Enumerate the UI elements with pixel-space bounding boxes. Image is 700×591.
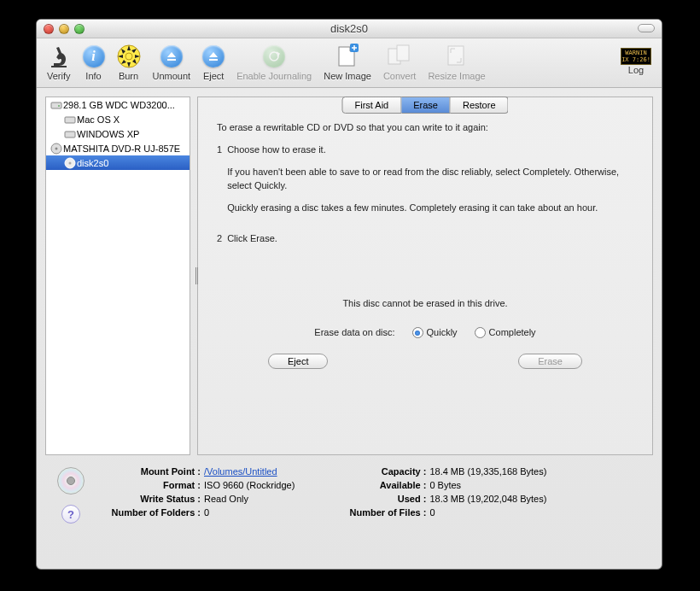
convert-button: Convert [378, 42, 422, 81]
tab-bar: First Aid Erase Restore [341, 97, 508, 114]
disk-utility-window: disk2s0 Verify i Info Burn [36, 19, 662, 570]
svg-point-16 [69, 161, 72, 164]
resize-image-icon [446, 42, 468, 71]
hdd-icon [63, 129, 77, 139]
radio-quickly[interactable]: Quickly [412, 326, 458, 340]
tree-row-hdd[interactable]: 298.1 GB WDC WD3200... [46, 97, 190, 112]
verify-button[interactable]: Verify [42, 42, 76, 81]
large-disc-icon [57, 467, 85, 494]
optical-drive-icon [50, 143, 63, 155]
mount-point-link[interactable]: /Volumes/Untitled [204, 465, 277, 479]
titlebar: disk2s0 [37, 20, 662, 38]
svg-rect-12 [65, 132, 75, 138]
svg-point-10 [58, 105, 60, 107]
svg-point-3 [270, 52, 278, 61]
tab-first-aid[interactable]: First Aid [341, 97, 401, 114]
disk-tree[interactable]: 298.1 GB WDC WD3200... Mac OS X WINDOWS … [45, 97, 190, 455]
toolbar: Verify i Info Burn Unmount [37, 38, 662, 88]
unmount-button[interactable]: Unmount [148, 42, 196, 81]
window-title: disk2s0 [37, 22, 662, 35]
microscope-icon [49, 42, 69, 71]
disc-icon [63, 157, 77, 169]
svg-point-14 [55, 147, 58, 149]
unmount-icon [160, 42, 183, 71]
burn-icon [117, 42, 141, 71]
svg-rect-0 [51, 66, 67, 67]
new-image-button[interactable]: New Image [318, 42, 376, 81]
cannot-erase-warning: This disc cannot be erased in this drive… [217, 297, 633, 311]
info-icon: i [83, 42, 105, 71]
convert-icon [387, 42, 412, 71]
burn-button[interactable]: Burn [112, 42, 146, 81]
hdd-icon [50, 100, 63, 110]
help-button[interactable]: ? [61, 505, 80, 524]
tab-erase[interactable]: Erase [401, 97, 451, 114]
log-button[interactable]: WARNIN IX 7:26! Log [615, 42, 656, 75]
disk-info-footer: ? Mount Point :/Volumes/Untitled Format … [37, 455, 662, 532]
resize-handle[interactable] [195, 267, 201, 284]
radio-completely[interactable]: Completely [475, 326, 536, 340]
enable-journaling-button: Enable Journaling [231, 42, 317, 81]
eject-icon [202, 42, 225, 71]
log-icon: WARNIN IX 7:26! [621, 48, 651, 65]
tree-row-windowsxp[interactable]: WINDOWS XP [46, 126, 190, 141]
eject-disc-button[interactable]: Eject [268, 354, 328, 369]
hdd-icon [63, 114, 77, 125]
tree-row-macosx[interactable]: Mac OS X [46, 112, 190, 126]
resize-image-button: Resize Image [423, 42, 490, 81]
tree-row-disk2s0[interactable]: disk2s0 [46, 155, 190, 170]
new-image-icon [335, 42, 360, 71]
journaling-icon [263, 42, 285, 71]
main-panel: First Aid Erase Restore To erase a rewri… [197, 97, 653, 455]
erase-instructions: To erase a rewritable CD or DVD so that … [198, 97, 652, 369]
erase-disc-button: Erase [518, 354, 582, 369]
info-button[interactable]: i Info [78, 42, 110, 81]
svg-rect-11 [65, 117, 75, 123]
svg-point-2 [125, 53, 132, 60]
tab-restore[interactable]: Restore [451, 97, 509, 114]
tree-row-dvd-drive[interactable]: MATSHITA DVD-R UJ-857E [46, 141, 190, 155]
eject-button[interactable]: Eject [197, 42, 230, 81]
toolbar-toggle-button[interactable] [638, 24, 655, 32]
svg-rect-9 [51, 102, 61, 108]
svg-rect-7 [397, 45, 409, 61]
